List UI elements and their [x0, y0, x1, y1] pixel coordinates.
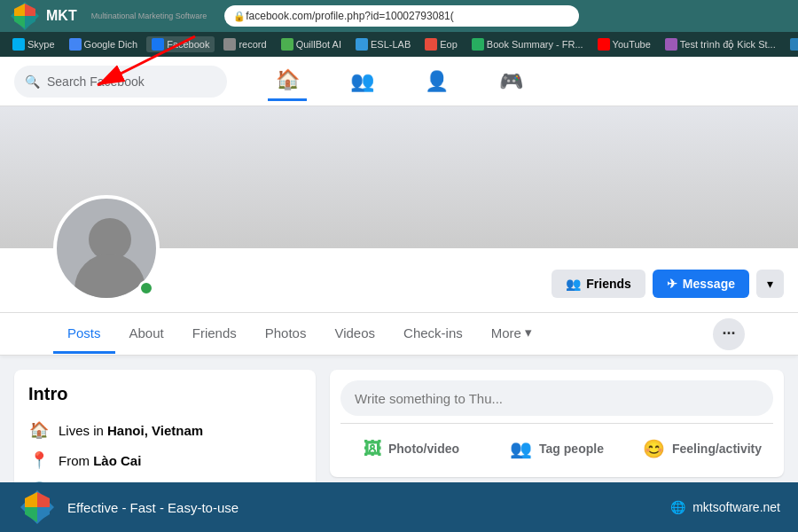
bookmark-eop[interactable]: Eop [419, 36, 463, 52]
tag-icon: 👥 [510, 438, 532, 459]
bookmark-label: Book Summary - FR... [487, 39, 583, 50]
facebook-header: 🔍 Search Facebook 🏠 👥 👤 🎮 [0, 57, 798, 106]
avatar-body [74, 254, 145, 298]
home-location-icon: 🏠 [28, 420, 50, 440]
more-chevron-icon: ▾ [525, 325, 532, 340]
bookmarks-bar: Skype Google Dich Facebook record QuillB… [0, 32, 798, 57]
mkt-brand-name: MKT [46, 8, 77, 24]
intro-from-text: From Lào Cai [59, 453, 141, 468]
bookmark-skype[interactable]: Skype [7, 36, 60, 52]
intro-location: 🏠 Lives in Hanoi, Vietnam [28, 415, 301, 445]
friends-icon: 👥 [566, 277, 581, 291]
footer-website: mktsoftware.net [692, 500, 780, 514]
bookmark-facebook[interactable]: Facebook [146, 36, 215, 52]
tab-posts-label: Posts [67, 325, 101, 340]
footer-bar: Effective - Fast - Easy-to-use 🌐 mktsoft… [0, 482, 798, 532]
home-icon: 🏠 [276, 68, 300, 91]
message-button[interactable]: ✈ Message [653, 270, 749, 298]
bookmark-label: Google Dich [84, 39, 138, 50]
intro-from: 📍 From Lào Cai [28, 445, 301, 475]
bookmark-quillbot[interactable]: QuillBot AI [276, 36, 347, 52]
esl-icon [356, 38, 368, 51]
profile-avatar-container [53, 195, 160, 301]
post-actions: 🖼 Photo/video 👥 Tag people 😊 Feeling/act… [340, 423, 773, 466]
search-box[interactable]: 🔍 Search Facebook [14, 66, 227, 98]
tab-options-button[interactable]: ··· [713, 318, 745, 350]
ellipsis-icon: ··· [722, 325, 735, 343]
friends-label: Friends [586, 277, 631, 291]
book-icon [472, 38, 484, 51]
search-placeholder: Search Facebook [47, 74, 145, 89]
bookmark-test[interactable]: Test trình độ Kick St... [660, 36, 781, 52]
intro-title: Intro [28, 384, 301, 404]
svg-marker-5 [14, 16, 25, 28]
feeling-button[interactable]: 😊 Feeling/activity [631, 431, 773, 466]
svg-marker-8 [25, 492, 37, 507]
mkt-footer-logo [18, 488, 57, 527]
intro-hometown: Lào Cai [93, 453, 141, 468]
photo-video-button[interactable]: 🖼 Photo/video [340, 431, 482, 466]
bookmark-label: record [239, 39, 266, 50]
svg-marker-3 [14, 4, 25, 16]
browser-bar: MKT Multinational Marketing Software 🔒 f… [0, 0, 798, 32]
profile-actions: 👥 Friends ✈ Message ▾ [552, 270, 784, 298]
youtube-icon [598, 38, 610, 51]
bookmark-label: Skype [27, 39, 55, 50]
bookmark-esl[interactable]: ESL-LAB [350, 36, 416, 52]
test-icon [665, 38, 677, 51]
svg-marker-10 [25, 507, 37, 522]
tab-friends[interactable]: Friends [178, 315, 251, 354]
bookmark-edupia[interactable]: Edupia Tutor - LMS [785, 36, 798, 52]
url-bar[interactable]: 🔒 facebook.com/profile.php?id=1000279308… [224, 5, 579, 27]
tab-videos-label: Videos [334, 325, 375, 340]
bookmark-record[interactable]: record [218, 36, 271, 52]
tag-people-label: Tag people [539, 442, 604, 456]
google-icon [69, 38, 82, 51]
messenger-icon: ✈ [667, 277, 677, 291]
bookmark-label: ESL-LAB [371, 39, 411, 50]
nav-home[interactable]: 🏠 [268, 62, 307, 101]
tab-videos[interactable]: Videos [320, 315, 389, 354]
intro-city: Hanoi, Vietnam [107, 423, 203, 438]
tab-posts[interactable]: Posts [53, 315, 115, 354]
nav-people[interactable]: 👥 [342, 62, 381, 101]
profile-tabs: Posts About Friends Photos Videos Check-… [0, 313, 798, 356]
bookmark-label: Eop [440, 39, 458, 50]
bookmark-youtube[interactable]: YouTube [592, 36, 656, 52]
tab-photos-label: Photos [265, 325, 307, 340]
tab-checkins-label: Check-ins [403, 325, 463, 340]
globe-icon: 🌐 [670, 500, 685, 514]
nav-groups[interactable]: 👤 [417, 62, 456, 101]
tab-checkins[interactable]: Check-ins [389, 315, 477, 354]
bookmark-label: Test trình độ Kick St... [680, 39, 776, 51]
groups-icon: 👤 [425, 70, 449, 93]
intro-lives-text: Lives in Hanoi, Vietnam [59, 423, 203, 438]
more-actions-button[interactable]: ▾ [756, 270, 784, 298]
message-label: Message [683, 277, 735, 291]
tab-about[interactable]: About [115, 315, 178, 354]
bookmark-google[interactable]: Google Dich [64, 36, 144, 52]
svg-marker-4 [25, 4, 35, 16]
search-icon: 🔍 [25, 74, 40, 89]
friends-button[interactable]: 👥 Friends [552, 270, 645, 298]
pin-icon: 📍 [28, 450, 50, 470]
tag-people-button[interactable]: 👥 Tag people [486, 431, 628, 466]
nav-icons-bar: 🏠 👥 👤 🎮 [227, 62, 571, 101]
online-status-dot [138, 280, 154, 296]
bookmark-book[interactable]: Book Summary - FR... [466, 36, 589, 52]
footer-right: 🌐 mktsoftware.net [670, 500, 780, 514]
feeling-label: Feeling/activity [672, 442, 762, 456]
tab-more[interactable]: More ▾ [477, 314, 546, 354]
bookmark-label: QuillBot AI [296, 39, 341, 50]
tab-photos[interactable]: Photos [251, 315, 321, 354]
people-icon: 👥 [350, 70, 374, 93]
mkt-logo-browser [9, 0, 41, 32]
svg-marker-9 [37, 492, 50, 507]
feeling-icon: 😊 [643, 438, 665, 459]
mkt-tagline-browser: Multinational Marketing Software [91, 12, 207, 20]
nav-gaming[interactable]: 🎮 [491, 62, 530, 101]
write-post-input[interactable] [340, 380, 773, 416]
tab-friends-label: Friends [192, 325, 237, 340]
skype-icon [12, 38, 25, 51]
footer-tagline: Effective - Fast - Easy-to-use [67, 500, 239, 515]
